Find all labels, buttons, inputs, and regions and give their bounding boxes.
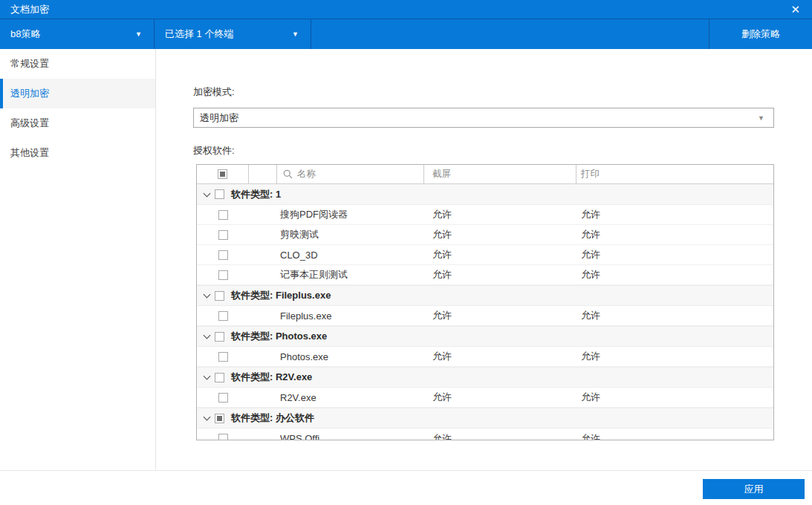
- software-row[interactable]: R2V.exe 允许 允许: [197, 388, 773, 408]
- group-label: 软件类型: R2V.exe: [231, 371, 312, 384]
- policy-dropdown[interactable]: b8策略 ▼: [0, 19, 154, 49]
- header-print-cell[interactable]: 打印: [576, 165, 773, 183]
- software-group-row[interactable]: 软件类型: 1: [197, 184, 773, 205]
- print-permission[interactable]: 允许: [576, 309, 773, 322]
- terminal-dropdown[interactable]: 已选择 1 个终端 ▼: [155, 19, 311, 49]
- encryption-mode-select[interactable]: 透明加密 ▼: [193, 108, 774, 128]
- screenshot-permission[interactable]: 允许: [424, 429, 576, 440]
- search-icon[interactable]: [283, 169, 293, 179]
- group-checkbox[interactable]: [215, 332, 224, 342]
- group-checkbox[interactable]: [215, 373, 224, 382]
- software-row[interactable]: 搜狗PDF阅读器 允许 允许: [197, 205, 773, 225]
- print-permission[interactable]: 允许: [576, 391, 773, 404]
- software-row[interactable]: Photos.exe 允许 允许: [197, 347, 773, 367]
- screenshot-permission[interactable]: 允许: [424, 268, 576, 281]
- close-icon[interactable]: ✕: [789, 4, 802, 15]
- software-group-row[interactable]: 软件类型: Photos.exe: [197, 326, 773, 347]
- software-group-row[interactable]: 软件类型: R2V.exe: [197, 367, 773, 388]
- delete-policy-button[interactable]: 删除策略: [709, 19, 812, 49]
- chevron-down-icon: ▼: [135, 30, 142, 38]
- print-permission[interactable]: 允许: [576, 248, 773, 261]
- toolbar: b8策略 ▼ 已选择 1 个终端 ▼ 删除策略: [0, 19, 812, 49]
- chevron-down-icon: ▼: [758, 114, 764, 122]
- software-name: CLO_3D: [277, 250, 424, 261]
- terminal-dropdown-label: 已选择 1 个终端: [165, 27, 233, 41]
- print-permission[interactable]: 允许: [576, 429, 773, 440]
- row-checkbox[interactable]: [218, 270, 228, 280]
- title-bar: 文档加密 ✕: [0, 0, 812, 19]
- print-permission[interactable]: 允许: [576, 268, 773, 281]
- row-checkbox[interactable]: [218, 210, 228, 220]
- software-row[interactable]: Fileplus.exe 允许 允许: [197, 306, 773, 326]
- apply-button[interactable]: 应用: [703, 479, 805, 499]
- chevron-down-icon: ▼: [292, 30, 299, 38]
- chevron-down-icon[interactable]: [204, 291, 211, 299]
- group-checkbox[interactable]: [215, 414, 224, 423]
- software-row[interactable]: CLO_3D 允许 允许: [197, 245, 773, 265]
- row-checkbox[interactable]: [218, 250, 228, 260]
- software-name: R2V.exe: [277, 392, 424, 403]
- header-select-cell[interactable]: [197, 165, 249, 183]
- sidebar: 常规设置透明加密高级设置其他设置: [0, 49, 156, 469]
- document-encryption-dialog: 文档加密 ✕ b8策略 ▼ 已选择 1 个终端 ▼ 删除策略 常规设置透明加密高…: [0, 0, 812, 505]
- table-body: 软件类型: 1 搜狗PDF阅读器 允许 允许 剪映测试 允许 允许 CLO_3D…: [197, 184, 773, 440]
- screenshot-permission[interactable]: 允许: [424, 208, 576, 221]
- row-checkbox[interactable]: [218, 434, 228, 440]
- group-checkbox[interactable]: [215, 291, 224, 301]
- authorized-software-table: 名称 截屏 打印 软件类型: 1 搜狗PDF阅读器 允许 允许 剪映测试: [196, 164, 774, 440]
- software-group-row[interactable]: 软件类型: Fileplus.exe: [197, 285, 773, 306]
- print-permission[interactable]: 允许: [576, 208, 773, 221]
- software-name: 搜狗PDF阅读器: [277, 208, 424, 221]
- row-checkbox[interactable]: [218, 230, 228, 240]
- software-name: Photos.exe: [277, 351, 424, 362]
- software-row[interactable]: WPS Offi 允许 允许: [197, 429, 773, 440]
- screenshot-permission[interactable]: 允许: [424, 350, 576, 363]
- print-permission[interactable]: 允许: [576, 350, 773, 363]
- chevron-down-icon[interactable]: [204, 373, 211, 380]
- software-name: Fileplus.exe: [277, 310, 424, 322]
- screenshot-permission[interactable]: 允许: [424, 391, 576, 404]
- sidebar-item-其他设置[interactable]: 其他设置: [0, 138, 155, 168]
- row-checkbox[interactable]: [218, 352, 228, 362]
- group-label: 软件类型: Photos.exe: [231, 330, 327, 343]
- screenshot-permission[interactable]: 允许: [424, 228, 576, 241]
- policy-dropdown-label: b8策略: [10, 27, 40, 41]
- encryption-mode-label: 加密模式:: [193, 85, 774, 99]
- software-row[interactable]: 记事本正则测试 允许 允许: [197, 265, 773, 285]
- select-all-checkbox[interactable]: [218, 169, 227, 179]
- sidebar-item-高级设置[interactable]: 高级设置: [0, 108, 155, 138]
- software-group-row[interactable]: 软件类型: 办公软件: [197, 408, 773, 429]
- print-permission[interactable]: 允许: [576, 228, 773, 241]
- header-name-cell[interactable]: 名称: [277, 165, 424, 183]
- authorized-software-label: 授权软件:: [193, 144, 774, 157]
- window-title: 文档加密: [10, 3, 49, 16]
- row-checkbox[interactable]: [218, 311, 228, 321]
- main-panel: 加密模式: 透明加密 ▼ 授权软件: 名称: [156, 49, 812, 469]
- header-print-label: 打印: [581, 168, 600, 180]
- group-label: 软件类型: 办公软件: [231, 411, 314, 425]
- software-name: WPS Offi: [277, 429, 424, 440]
- chevron-down-icon[interactable]: [204, 332, 211, 339]
- screenshot-permission[interactable]: 允许: [424, 309, 576, 322]
- software-name: 剪映测试: [277, 228, 424, 241]
- header-name-label: 名称: [297, 168, 316, 180]
- screenshot-permission[interactable]: 允许: [424, 248, 576, 261]
- group-checkbox[interactable]: [215, 189, 224, 199]
- encryption-mode-value: 透明加密: [200, 111, 238, 125]
- sidebar-item-透明加密[interactable]: 透明加密: [0, 79, 155, 108]
- header-expand-cell: [249, 165, 277, 183]
- chevron-down-icon[interactable]: [204, 414, 211, 421]
- header-screenshot-cell[interactable]: 截屏: [424, 165, 576, 183]
- toolbar-spacer: [311, 19, 709, 49]
- footer-bar: 应用: [0, 470, 812, 505]
- content-area: 常规设置透明加密高级设置其他设置 加密模式: 透明加密 ▼ 授权软件:: [0, 49, 812, 469]
- sidebar-item-常规设置[interactable]: 常规设置: [0, 49, 155, 79]
- group-label: 软件类型: 1: [231, 188, 281, 201]
- software-row[interactable]: 剪映测试 允许 允许: [197, 225, 773, 245]
- chevron-down-icon[interactable]: [204, 189, 211, 197]
- group-label: 软件类型: Fileplus.exe: [231, 289, 331, 302]
- row-checkbox[interactable]: [218, 393, 228, 403]
- software-name: 记事本正则测试: [277, 268, 424, 281]
- header-screenshot-label: 截屏: [432, 168, 451, 180]
- table-header: 名称 截屏 打印: [197, 165, 773, 184]
